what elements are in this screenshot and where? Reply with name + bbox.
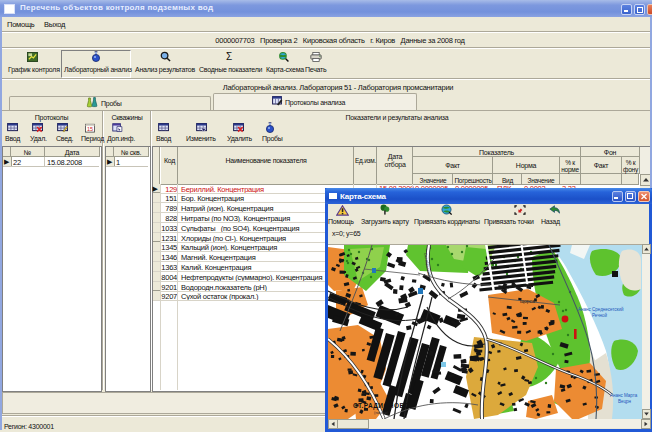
svg-text:СТ.РАДИОНОВО: СТ.РАДИОНОВО <box>353 402 410 410</box>
svg-text:(пассаж): (пассаж) <box>374 411 388 415</box>
svg-text:Ананс Среднесетский: Ананс Среднесетский <box>578 306 624 312</box>
svg-text:Ананс Марта: Ананс Марта <box>610 393 638 398</box>
svg-text:щорса: щорса <box>520 298 535 304</box>
svg-text:Вецрн: Вецрн <box>618 399 632 404</box>
svg-text:Речной: Речной <box>592 312 607 318</box>
svg-text:15: 15 <box>87 126 93 132</box>
